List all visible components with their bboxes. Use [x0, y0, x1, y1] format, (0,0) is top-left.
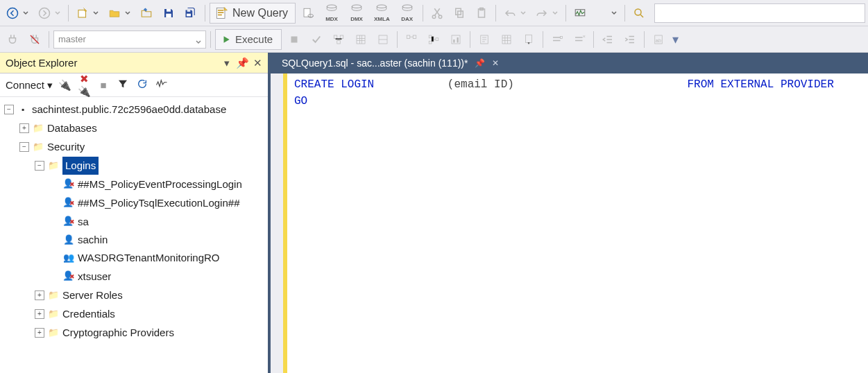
tree-databases-node[interactable]: + Databases [4, 119, 268, 137]
svg-rect-4 [166, 13, 171, 17]
svg-rect-37 [453, 40, 454, 43]
plan3-icon[interactable] [424, 30, 443, 49]
sql-editor-toolbar: master Execute ab ▾ [0, 26, 868, 53]
dmx-query-button[interactable]: DMX [346, 3, 368, 23]
quick-launch-search[interactable] [654, 3, 865, 23]
tree-login-item[interactable]: 👥 WASDRGTenantMonitoringRO [4, 249, 268, 267]
qtype-label: MDX [325, 16, 338, 22]
close-icon[interactable]: ✕ [492, 58, 499, 68]
text-results-icon[interactable] [475, 30, 494, 49]
disconnect-plug-icon[interactable] [25, 30, 44, 49]
script-as-button[interactable] [298, 3, 318, 23]
database-combo[interactable]: master [53, 31, 206, 49]
filter-icon[interactable] [115, 78, 130, 92]
svg-rect-10 [218, 14, 222, 15]
tree-login-item[interactable]: 👤✖ ##MS_PolicyTsqlExecutionLogin## [4, 193, 268, 212]
activity-monitor-button[interactable] [570, 3, 590, 23]
pin-icon[interactable]: 📌 [475, 58, 485, 68]
outdent-icon[interactable] [598, 30, 618, 49]
execute-button[interactable]: Execute [215, 29, 282, 50]
mdx-query-button[interactable]: MDX [321, 3, 343, 23]
connect-dropdown[interactable]: Connect ▾ [6, 79, 53, 92]
tree-logins-node[interactable]: − Logins [4, 156, 268, 175]
svg-point-24 [635, 9, 641, 15]
sql-code[interactable]: CREATE LOGIN (email ID) FROM EXTERNAL PR… [283, 73, 868, 112]
paste-button[interactable] [472, 3, 491, 23]
refresh-icon[interactable] [135, 78, 150, 92]
execute-label: Execute [235, 33, 273, 45]
connect-plug-icon[interactable]: 🔌 [57, 79, 72, 92]
object-explorer-title: Object Explorer [6, 57, 77, 69]
editor-area: SQLQuery1.sql - sac...aster (sachin (111… [271, 53, 868, 373]
redo-button[interactable] [532, 3, 561, 23]
results-pane-icon[interactable] [373, 30, 393, 49]
object-explorer-panel: Object Explorer ▾ 📌 ✕ Connect ▾ 🔌 ✖🔌 ■ −… [0, 53, 271, 373]
object-explorer-toolbar: Connect ▾ 🔌 ✖🔌 ■ [0, 73, 268, 97]
nav-forward-button[interactable] [35, 3, 64, 23]
editor-tabstrip: SQLQuery1.sql - sac...aster (sachin (111… [271, 53, 868, 73]
template-params-icon[interactable]: ab [649, 30, 668, 49]
tree-login-item[interactable]: 👤✖ ##MS_PolicyEventProcessingLogin [4, 175, 268, 193]
svg-point-15 [377, 5, 387, 8]
file-results-icon[interactable] [519, 30, 538, 49]
pin-icon[interactable]: 📌 [236, 57, 248, 69]
editor-tab[interactable]: SQLQuery1.sql - sac...aster (sachin (111… [275, 53, 506, 73]
window-position-icon[interactable]: ▾ [221, 57, 233, 69]
svg-rect-38 [457, 37, 459, 43]
object-explorer-tree[interactable]: − sachintest.public.72c2596ae0dd.databas… [0, 97, 268, 373]
stats-icon[interactable] [446, 30, 466, 49]
cut-button[interactable] [427, 3, 447, 23]
new-query-button[interactable]: New Query [210, 3, 296, 24]
object-explorer-titlebar: Object Explorer ▾ 📌 ✕ [0, 53, 268, 73]
tree-security-node[interactable]: − Security [4, 137, 268, 156]
open-folder-button[interactable] [137, 3, 156, 23]
nav-back-button[interactable] [3, 3, 32, 23]
grid-icon[interactable] [351, 30, 371, 49]
xmla-query-button[interactable]: XMLA [371, 3, 393, 23]
svg-rect-6 [187, 13, 191, 16]
svg-rect-31 [407, 35, 410, 39]
comment-icon[interactable] [547, 30, 567, 49]
find-icon[interactable] [629, 3, 649, 23]
tree-login-item[interactable]: 👤✖ xtsuser [4, 267, 268, 286]
open-file-button[interactable] [105, 3, 134, 23]
uncomment-icon[interactable] [570, 30, 589, 49]
undo-button[interactable] [500, 3, 529, 23]
new-project-button[interactable] [73, 3, 102, 23]
svg-rect-9 [218, 12, 223, 13]
tree-server-roles-node[interactable]: + Server Roles [4, 286, 268, 304]
grid-results-icon[interactable] [497, 30, 516, 49]
close-icon[interactable]: ✕ [251, 57, 264, 69]
plan2-icon[interactable] [402, 30, 421, 49]
plan-icon[interactable] [329, 30, 348, 49]
connect-plug-icon[interactable] [3, 30, 22, 49]
modification-gutter [283, 73, 287, 373]
save-button[interactable] [159, 3, 178, 23]
save-all-button[interactable] [181, 3, 201, 23]
svg-point-13 [327, 5, 337, 8]
database-combo-value: master [58, 34, 86, 44]
activity-icon[interactable] [154, 79, 169, 91]
indent-icon[interactable] [620, 30, 640, 49]
target-combo[interactable] [593, 3, 620, 23]
tree-login-item[interactable]: 👤 sachin [4, 231, 268, 249]
tree-login-item[interactable]: 👤✖ sa [4, 212, 268, 231]
dax-query-button[interactable]: DAX [396, 3, 418, 23]
svg-rect-11 [304, 8, 310, 17]
main-toolbar: New Query MDX DMX XMLA DAX [0, 0, 868, 26]
svg-rect-32 [413, 35, 416, 39]
stop-button[interactable] [284, 30, 304, 49]
svg-rect-25 [291, 36, 298, 42]
svg-rect-27 [340, 35, 343, 39]
tree-credentials-node[interactable]: + Credentials [4, 304, 268, 323]
svg-rect-41 [526, 35, 532, 42]
svg-point-17 [432, 15, 436, 19]
tree-crypto-node[interactable]: + Cryptographic Providers [4, 323, 268, 342]
parse-button[interactable] [307, 30, 326, 49]
disconnect-plug-icon[interactable]: ✖🔌 [76, 73, 92, 98]
copy-button[interactable] [450, 3, 469, 23]
stop-square-icon[interactable]: ■ [96, 79, 111, 91]
sql-editor[interactable]: CREATE LOGIN (email ID) FROM EXTERNAL PR… [271, 73, 868, 373]
toolbar-overflow-icon[interactable]: ▾ [672, 32, 679, 47]
tree-server-node[interactable]: − sachintest.public.72c2596ae0dd.databas… [4, 100, 268, 119]
